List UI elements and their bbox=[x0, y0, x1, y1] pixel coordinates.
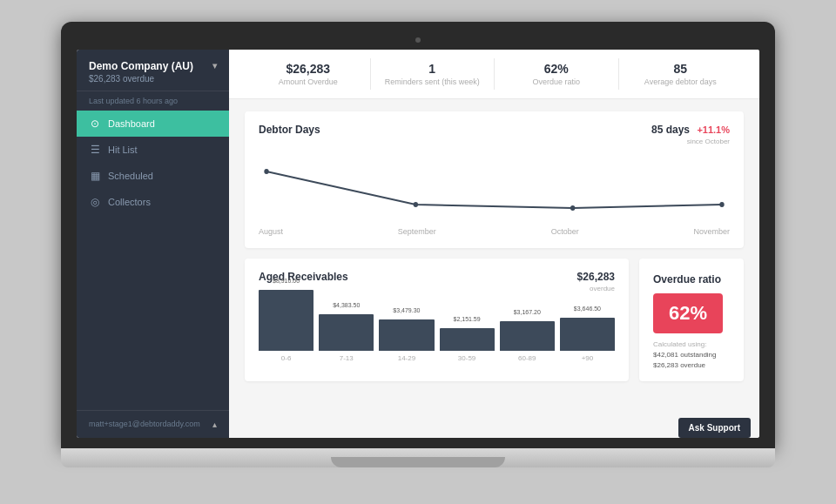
svg-point-0 bbox=[264, 169, 268, 174]
debtor-days-value: 85 days bbox=[651, 124, 690, 136]
chart-label-november: November bbox=[693, 227, 730, 236]
bar-value-label: $3,646.50 bbox=[574, 306, 601, 312]
bar-group: $3,167.2060-89 bbox=[500, 321, 555, 362]
bar-value-label: $8,910.00 bbox=[273, 278, 300, 284]
aged-receivables-meta: $26,283 overdue bbox=[577, 271, 615, 292]
debtor-days-change: +11.1% bbox=[697, 124, 730, 135]
bar-value-label: $4,383.50 bbox=[333, 302, 360, 308]
stat-value-days: 85 bbox=[628, 62, 734, 76]
camera bbox=[415, 37, 421, 43]
chart-label-september: September bbox=[398, 227, 436, 236]
debtor-days-title: Debtor Days bbox=[259, 124, 320, 136]
stat-value-ratio: 62% bbox=[503, 62, 610, 76]
company-name: Demo Company (AU) ▾ bbox=[89, 60, 217, 72]
scheduled-icon: ▦ bbox=[89, 170, 101, 182]
sidebar-item-hitlist[interactable]: ☰ Hit List bbox=[77, 137, 229, 163]
laptop-hinge bbox=[331, 457, 505, 467]
bar-group: $3,479.3014-29 bbox=[379, 319, 434, 362]
overdue-outstanding: $42,081 outstanding bbox=[653, 351, 730, 359]
sidebar-footer: matt+stage1@debtordaddy.com ▴ bbox=[77, 410, 229, 438]
aged-receivables-value: $26,283 bbox=[577, 271, 615, 283]
bar bbox=[379, 319, 434, 351]
stats-bar: $26,283 Amount Overdue 1 Reminders sent … bbox=[229, 50, 759, 99]
bar-value-label: $3,479.30 bbox=[393, 307, 420, 313]
sidebar-chevron-up-icon[interactable]: ▴ bbox=[212, 420, 217, 429]
sidebar-user: matt+stage1@debtordaddy.com bbox=[89, 420, 200, 428]
dashboard-icon: ⊙ bbox=[89, 118, 101, 130]
stat-reminders: 1 Reminders sent (this week) bbox=[371, 58, 496, 90]
bar-group: $4,383.507-13 bbox=[319, 314, 374, 362]
bar-group: $2,151.5930-59 bbox=[440, 328, 495, 362]
stat-label-reminders: Reminders sent (this week) bbox=[380, 77, 486, 86]
bar bbox=[259, 290, 314, 351]
bar-label: 0-6 bbox=[281, 354, 292, 362]
chart-label-august: August bbox=[259, 227, 283, 236]
bar-label: 14-29 bbox=[398, 354, 415, 362]
bar bbox=[319, 314, 374, 351]
bar bbox=[560, 318, 615, 351]
stat-value-overdue: $26,283 bbox=[255, 62, 361, 76]
stat-debtor-days: 85 Average debtor days bbox=[619, 58, 743, 90]
sidebar-item-scheduled[interactable]: ▦ Scheduled bbox=[77, 163, 229, 189]
bottom-row: Aged Receivables $26,283 overdue $8,910.… bbox=[245, 259, 744, 381]
stat-label-days: Average debtor days bbox=[628, 77, 734, 86]
bar-value-label: $2,151.59 bbox=[454, 316, 481, 322]
bar-group: $8,910.000-6 bbox=[259, 290, 314, 362]
bar-label: 7-13 bbox=[340, 354, 354, 362]
company-overdue: $26,283 overdue bbox=[89, 74, 217, 84]
chart-label-october: October bbox=[551, 227, 579, 236]
sidebar-header: Demo Company (AU) ▾ $26,283 overdue bbox=[77, 50, 229, 91]
overdue-calc-label: Calculated using: bbox=[653, 340, 730, 348]
debtor-days-meta: 85 days +11.1% since October bbox=[651, 124, 730, 145]
overdue-ratio-title: Overdue ratio bbox=[653, 273, 721, 286]
bar-label: 30-59 bbox=[458, 354, 475, 362]
dashboard: Debtor Days 85 days +11.1% since October bbox=[229, 99, 759, 438]
line-chart-svg bbox=[259, 154, 730, 224]
stat-value-reminders: 1 bbox=[380, 62, 486, 76]
bar-chart: $8,910.000-6$4,383.507-13$3,479.3014-29$… bbox=[259, 301, 615, 362]
overdue-overdue: $26,283 overdue bbox=[653, 361, 730, 369]
stat-overdue-ratio: 62% Overdue ratio bbox=[495, 58, 619, 90]
sidebar: Demo Company (AU) ▾ $26,283 overdue Last… bbox=[77, 50, 229, 438]
chevron-down-icon[interactable]: ▾ bbox=[212, 61, 217, 71]
sidebar-item-dashboard[interactable]: ⊙ Dashboard bbox=[77, 111, 229, 137]
bar-group: $3,646.50+90 bbox=[560, 318, 615, 362]
collectors-icon: ◎ bbox=[89, 196, 101, 208]
laptop-shell: Demo Company (AU) ▾ $26,283 overdue Last… bbox=[61, 22, 775, 483]
line-chart-labels: August September October November bbox=[259, 227, 730, 236]
bar-value-label: $3,167.20 bbox=[514, 309, 541, 315]
bar-label: 60-89 bbox=[518, 354, 536, 362]
laptop-base bbox=[61, 448, 775, 467]
aged-receivables-overdue-label: overdue bbox=[590, 285, 615, 292]
stat-label-overdue: Amount Overdue bbox=[255, 77, 361, 86]
debtor-days-card: Debtor Days 85 days +11.1% since October bbox=[245, 111, 744, 248]
sidebar-item-collectors[interactable]: ◎ Collectors bbox=[77, 189, 229, 215]
main-content: $26,283 Amount Overdue 1 Reminders sent … bbox=[229, 50, 759, 438]
overdue-ratio-badge: 62% bbox=[653, 293, 723, 333]
bar bbox=[500, 321, 555, 351]
debtor-days-change-label: since October bbox=[687, 138, 730, 145]
overdue-ratio-card: Overdue ratio 62% Calculated using: $42,… bbox=[639, 259, 744, 381]
last-updated: Last updated 6 hours ago bbox=[77, 91, 229, 111]
stat-amount-overdue: $26,283 Amount Overdue bbox=[246, 58, 371, 90]
svg-point-1 bbox=[414, 202, 418, 207]
screen-bezel: Demo Company (AU) ▾ $26,283 overdue Last… bbox=[61, 22, 775, 448]
screen: Demo Company (AU) ▾ $26,283 overdue Last… bbox=[77, 50, 759, 438]
bar bbox=[440, 328, 495, 351]
line-chart bbox=[259, 154, 730, 224]
bar-label: +90 bbox=[582, 354, 594, 362]
debtor-days-header: Debtor Days 85 days +11.1% since October bbox=[259, 124, 730, 145]
hitlist-icon: ☰ bbox=[89, 144, 101, 156]
svg-point-3 bbox=[719, 202, 724, 207]
ask-support-button[interactable]: Ask Support bbox=[678, 418, 751, 438]
stat-label-ratio: Overdue ratio bbox=[503, 77, 610, 86]
svg-point-2 bbox=[570, 205, 575, 211]
aged-receivables-card: Aged Receivables $26,283 overdue $8,910.… bbox=[245, 259, 629, 381]
